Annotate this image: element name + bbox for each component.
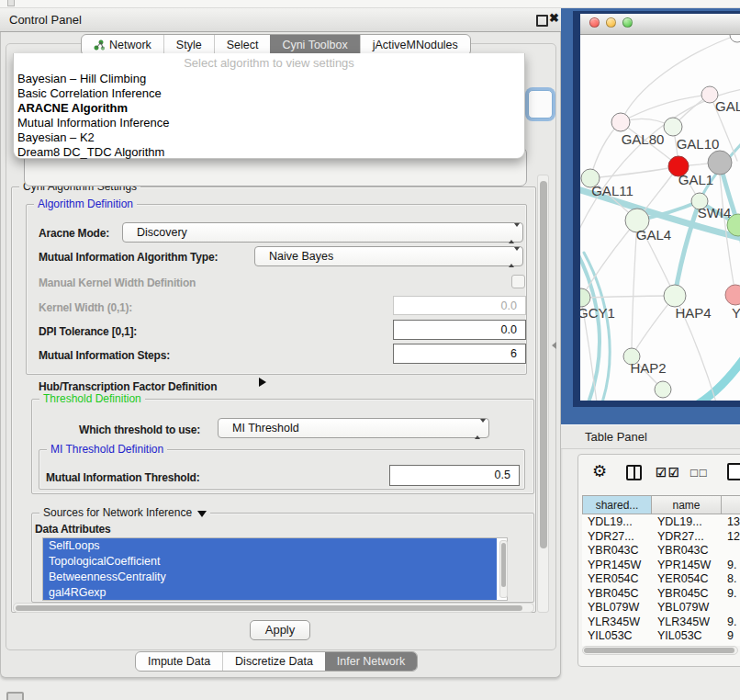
group-title: Sources for Network Inference (39, 506, 210, 519)
unchecked-pair-icon[interactable]: □□ (690, 466, 709, 480)
tab-infer-network[interactable]: Infer Network (325, 652, 417, 671)
table-cell: YPR145W (582, 558, 652, 572)
attribute-item-gal4rgexp[interactable]: gal4RGexp (43, 585, 497, 601)
attribute-item-topologicalcoefficient[interactable]: TopologicalCoefficient (43, 554, 497, 570)
manual-kernel-checkbox[interactable] (511, 275, 525, 288)
minimized-panel-icon[interactable] (6, 692, 24, 700)
table-cell (722, 543, 740, 558)
collapse-arrow-icon[interactable] (197, 511, 207, 517)
algorithm-placeholder: Select algorithm to view settings (14, 56, 524, 70)
table-panel-title: Table Panel (585, 430, 647, 444)
screen: Control Panel ✖ NetworkStyleSelectCyni T… (0, 0, 740, 700)
tab-label: Style (176, 39, 202, 51)
dpi-tolerance-field[interactable]: 0.0 (393, 320, 526, 340)
table-row[interactable]: YPR145WYPR145W9. (582, 558, 740, 572)
algorithm-option-bayesian-hill-climbing[interactable]: Bayesian – Hill Climbing (14, 72, 524, 86)
mi-type-combo[interactable]: Naive Bayes (254, 246, 523, 266)
network-node-gal10[interactable] (664, 118, 682, 136)
network-edge[interactable] (621, 95, 710, 122)
settings-vertical-scrollbar[interactable] (537, 175, 549, 613)
table-row[interactable]: YBL079WYBL079W (582, 600, 740, 615)
network-view[interactable]: GAL7GAL80GAL10GAL1GAL11SWI4GAL4GCY1HAP4Y… (580, 35, 740, 401)
network-node-gcy1[interactable] (580, 288, 590, 307)
zoom-traffic-light-icon[interactable] (622, 17, 633, 28)
table-row[interactable]: YLR345WYLR345W9. (582, 615, 740, 629)
network-node-gal80[interactable] (611, 113, 630, 131)
table-cell: YBR043C (582, 543, 652, 558)
table-row[interactable]: YER054CYER054C8. (582, 571, 740, 586)
network-canvas-svg: GAL7GAL80GAL10GAL1GAL11SWI4GAL4GCY1HAP4Y… (580, 35, 740, 401)
network-node-y[interactable] (725, 285, 740, 305)
mi-type-label: Mutual Information Algorithm Type: (39, 251, 218, 264)
mi-threshold-field[interactable]: 0.5 (389, 465, 520, 486)
minimize-traffic-light-icon[interactable] (606, 17, 616, 28)
close-traffic-light-icon[interactable] (589, 17, 600, 28)
network-edge[interactable] (675, 201, 700, 296)
node-label-hap4: HAP4 (675, 305, 711, 321)
which-threshold-label: Which threshold to use: (79, 423, 200, 436)
node-label-gal1: GAL1 (678, 172, 713, 187)
table-horizontal-scrollbar[interactable] (582, 646, 738, 655)
table-cell: YDR27... (582, 529, 652, 544)
tab-select[interactable]: Select (214, 35, 271, 55)
attribute-item-betweennesscentrality[interactable]: BetweennessCentrality (43, 570, 497, 585)
algorithm-option-bayesian-k2[interactable]: Bayesian – K2 (14, 130, 524, 145)
network-node[interactable] (655, 381, 671, 398)
tab-network[interactable]: Network (82, 35, 163, 55)
apply-button[interactable]: Apply (250, 620, 310, 640)
mi-steps-field[interactable]: 6 (393, 344, 526, 364)
network-edge[interactable] (590, 166, 678, 178)
table-cell: YBL079W (652, 600, 722, 615)
splitter-collapse-icon[interactable] (552, 342, 556, 349)
table-cell: 8. (722, 571, 740, 586)
algorithm-option-dream8-dc-tdc-algorithm[interactable]: Dream8 DC_TDC Algorithm (14, 145, 524, 160)
network-node-hap4[interactable] (664, 285, 686, 307)
expand-arrow-icon[interactable] (259, 378, 266, 387)
aracne-mode-value: Discovery (137, 226, 187, 239)
table-header-row: shared...nameA (582, 495, 740, 514)
table-row[interactable]: YBR045CYBR045C9. (582, 586, 740, 601)
mi-type-value: Naive Bayes (269, 250, 333, 263)
tab-jactivemnodules[interactable]: jActiveMNodules (360, 35, 470, 55)
algorithm-option-aracne-algorithm[interactable]: ARACNE Algorithm (14, 101, 524, 116)
network-window-titlebar[interactable] (580, 14, 740, 35)
algorithm-option-mutual-information-inference[interactable]: Mutual Information Inference (14, 116, 524, 130)
which-threshold-combo[interactable]: MI Threshold (218, 418, 489, 438)
attribute-item-selfloops[interactable]: SelfLoops (43, 538, 497, 554)
kernel-width-field[interactable]: 0.0 (393, 296, 526, 315)
table-cell: YBR045C (582, 586, 652, 601)
manual-kernel-label: Manual Kernel Width Definition (39, 277, 196, 289)
table-row[interactable]: YDR27...YDR27...12 (582, 529, 740, 544)
network-edge[interactable] (580, 248, 600, 401)
column-header-a[interactable]: A (722, 495, 740, 514)
network-edge[interactable] (698, 356, 740, 401)
network-node[interactable] (730, 35, 740, 42)
attributes-scrollbar[interactable] (499, 540, 508, 598)
tab-label: jActiveMNodules (373, 39, 458, 51)
mi-steps-label: Mutual Information Steps: (39, 349, 170, 362)
mi-threshold-label: Mutual Information Threshold: (46, 471, 200, 484)
gear-icon[interactable]: ⚙ (592, 461, 607, 481)
table-row[interactable]: YIL053CYIL053C9 (582, 628, 740, 643)
panel-title: Control Panel (9, 13, 82, 27)
tab-discretize-data[interactable]: Discretize Data (222, 652, 325, 671)
algorithm-option-basic-correlation-inference[interactable]: Basic Correlation Inference (14, 86, 524, 101)
algorithm-popup-list: Bayesian – Hill ClimbingBasic Correlatio… (14, 72, 524, 160)
table-row[interactable]: YDL19...YDL19...13 (582, 514, 740, 529)
columns-icon[interactable] (626, 465, 642, 480)
tab-impute-data[interactable]: Impute Data (136, 652, 222, 671)
close-icon[interactable]: ✖ (549, 11, 559, 25)
column-header-shared-[interactable]: shared... (582, 495, 652, 514)
node-label-swi4: SWI4 (698, 205, 732, 220)
float-window-icon[interactable] (536, 15, 548, 27)
checked-pair-icon[interactable]: ☑☑ (656, 466, 680, 480)
algorithm-combo-stepper[interactable] (528, 90, 553, 119)
aracne-mode-combo[interactable]: Discovery (122, 222, 523, 243)
hub-definition-toggle[interactable]: Hub/Transcription Factor Definition (39, 380, 217, 393)
settings-horizontal-scrollbar[interactable] (13, 603, 534, 613)
column-header-name[interactable]: name (652, 495, 722, 514)
tab-cyni-toolbox[interactable]: Cyni Toolbox (270, 35, 359, 55)
tab-style[interactable]: Style (163, 35, 214, 55)
page-icon[interactable] (727, 463, 740, 480)
table-row[interactable]: YBR043CYBR043C (582, 543, 740, 558)
